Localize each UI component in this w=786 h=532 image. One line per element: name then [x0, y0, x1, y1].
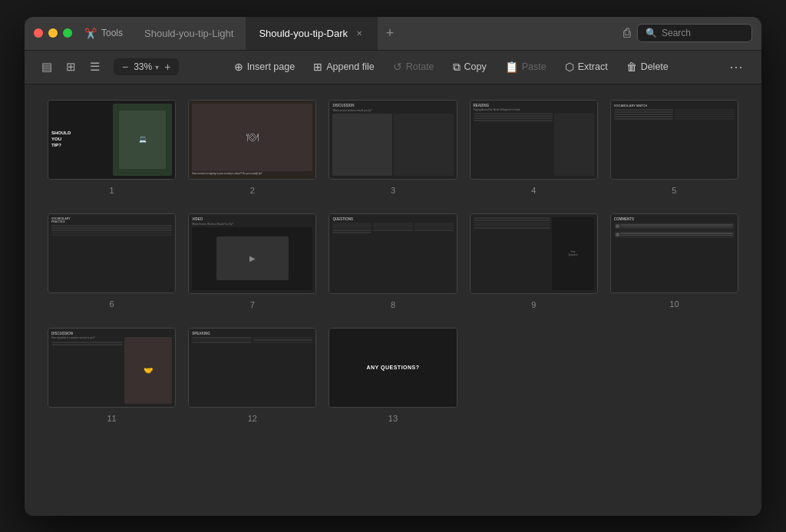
slides-container: SHOULDYOUTIP? 💻 1	[25, 84, 761, 516]
slide-item[interactable]: VIDEO Which Service Workers Should You T…	[188, 213, 316, 309]
slide-number: 11	[107, 414, 116, 423]
slide-thumbnail[interactable]: 🍽 How common is tipping in your country'…	[188, 100, 316, 180]
share-button[interactable]: ⎙	[623, 26, 631, 40]
paste-button[interactable]: 📋 Paste	[497, 57, 554, 77]
title-bar: ✂️ Tools Should-you-tip-Light Should-you…	[25, 17, 761, 51]
list-icon: ☰	[90, 60, 100, 74]
slide-number: 3	[391, 186, 395, 195]
slide-item[interactable]: SPEAKING	[188, 328, 316, 424]
copy-button[interactable]: ⧉ Copy	[445, 57, 494, 78]
zoom-out-button[interactable]: −	[120, 61, 130, 73]
rotate-button[interactable]: ↺ Rotate	[385, 57, 442, 77]
grid-icon: ⊞	[66, 60, 76, 74]
extract-icon: ⬡	[565, 61, 574, 73]
slide-item[interactable]: DISCUSSION How important is customer ser…	[48, 328, 176, 424]
zoom-control: − 33% ▾ +	[114, 58, 179, 75]
slide-item[interactable]: READING Tipping Around the World: A Begi…	[470, 100, 598, 196]
extract-button[interactable]: ⬡ Extract	[557, 57, 616, 77]
slide-number: 7	[250, 300, 255, 309]
copy-icon: ⧉	[453, 61, 461, 74]
delete-icon: 🗑	[626, 61, 637, 73]
more-button[interactable]: ⋯	[723, 56, 749, 78]
tab-light-label: Should-you-tip-Light	[144, 28, 233, 39]
grid-view-button[interactable]: ⊞	[61, 57, 81, 77]
traffic-lights	[34, 28, 72, 38]
tab-dark-label: Should-you-tip-Dark	[259, 28, 348, 39]
slide-thumbnail[interactable]: VIDEO Which Service Workers Should You T…	[188, 213, 316, 294]
slide-number: 13	[388, 414, 398, 423]
slide-thumbnail[interactable]: SHOULDYOUTIP? 💻	[48, 100, 176, 180]
tools-label: Tools	[101, 28, 123, 38]
toolbar-right: ⋯	[723, 58, 749, 75]
sidebar-icon: ▤	[41, 60, 52, 74]
delete-button[interactable]: 🗑 Delete	[619, 57, 676, 77]
zoom-in-button[interactable]: +	[162, 61, 173, 73]
toolbar-actions: ⊕ Insert page ⊞ Append file ↺ Rotate ⧉ C…	[179, 57, 723, 78]
slide-item[interactable]: 🍽 How common is tipping in your country'…	[188, 100, 316, 196]
insert-page-label: Insert page	[247, 61, 296, 72]
slide-number: 9	[531, 300, 536, 309]
slide-item[interactable]: ANY QUESTIONS? 13	[329, 328, 457, 424]
tab-close-icon[interactable]: ✕	[354, 28, 365, 38]
extract-label: Extract	[578, 61, 608, 72]
slide-item[interactable]: YourQuestion 9	[470, 213, 598, 309]
copy-label: Copy	[464, 61, 487, 72]
slide-item[interactable]: COMMENTS	[610, 213, 738, 309]
slide-number: 5	[672, 186, 676, 195]
close-button[interactable]	[34, 28, 43, 38]
search-input[interactable]	[662, 28, 744, 38]
add-tab-button[interactable]: +	[378, 21, 402, 45]
paste-label: Paste	[522, 61, 547, 72]
slide-thumbnail[interactable]: VOCABULARY MATCH	[610, 100, 738, 180]
slides-grid: SHOULDYOUTIP? 💻 1	[48, 100, 738, 424]
insert-page-button[interactable]: ⊕ Insert page	[226, 57, 303, 77]
slide-number: 12	[248, 414, 257, 423]
slide-number: 6	[110, 299, 114, 309]
slide-thumbnail[interactable]: YourQuestion	[470, 213, 598, 294]
append-file-button[interactable]: ⊞ Append file	[305, 57, 382, 77]
slide-number: 8	[391, 300, 395, 309]
tab-light[interactable]: Should-you-tip-Light	[132, 17, 246, 51]
slide-thumbnail[interactable]: DISCUSSION How important is customer ser…	[48, 328, 176, 408]
rotate-label: Rotate	[406, 61, 434, 72]
search-icon: 🔍	[646, 28, 657, 38]
slide-number: 1	[110, 186, 114, 195]
title-bar-right: ⎙ 🔍	[623, 24, 752, 42]
zoom-chevron: ▾	[155, 63, 159, 71]
slide-thumbnail[interactable]: COMMENTS	[610, 213, 738, 293]
slide-item[interactable]: QUESTIONS	[329, 213, 457, 309]
slide-thumbnail[interactable]: READING Tipping Around the World: A Begi…	[470, 100, 598, 180]
slide-item[interactable]: DISCUSSION Which service workers should …	[329, 100, 457, 196]
tools-menu[interactable]: ✂️ Tools	[84, 28, 123, 39]
insert-page-icon: ⊕	[234, 61, 243, 73]
slide-number: 2	[250, 186, 255, 195]
app-window: ✂️ Tools Should-you-tip-Light Should-you…	[25, 17, 761, 516]
slide-number: 4	[531, 186, 536, 195]
slide-thumbnail[interactable]: SPEAKING	[188, 328, 316, 408]
sidebar-toggle-button[interactable]: ▤	[37, 57, 57, 77]
tab-dark[interactable]: Should-you-tip-Dark ✕	[246, 17, 378, 51]
fullscreen-button[interactable]	[63, 28, 72, 38]
toolbar-view-controls: ▤ ⊞ ☰	[37, 57, 104, 77]
delete-label: Delete	[641, 61, 669, 72]
tools-icon: ✂️	[84, 28, 97, 39]
slide-number: 10	[669, 299, 679, 309]
slide-thumbnail[interactable]: ANY QUESTIONS?	[329, 328, 457, 408]
slide-item[interactable]: SHOULDYOUTIP? 💻 1	[48, 100, 176, 196]
minimize-button[interactable]	[48, 28, 58, 38]
zoom-value: 33%	[134, 61, 152, 72]
search-box[interactable]: 🔍	[637, 24, 752, 42]
toolbar: ▤ ⊞ ☰ − 33% ▾ + ⊕ Insert page ⊞ Append f…	[25, 51, 761, 84]
append-file-icon: ⊞	[313, 61, 322, 73]
slide-thumbnail[interactable]: VOCABULARYPRACTICE	[48, 213, 176, 293]
rotate-icon: ↺	[393, 61, 402, 73]
list-view-button[interactable]: ☰	[85, 57, 104, 77]
slide-item[interactable]: VOCABULARY MATCH	[610, 100, 738, 196]
paste-icon: 📋	[505, 61, 518, 73]
append-file-label: Append file	[326, 61, 375, 72]
slide-thumbnail[interactable]: QUESTIONS	[329, 213, 457, 294]
tabs-area: Should-you-tip-Light Should-you-tip-Dark…	[132, 17, 623, 51]
slide-item[interactable]: VOCABULARYPRACTICE 6	[48, 213, 176, 309]
slide-thumbnail[interactable]: DISCUSSION Which service workers should …	[329, 100, 457, 180]
